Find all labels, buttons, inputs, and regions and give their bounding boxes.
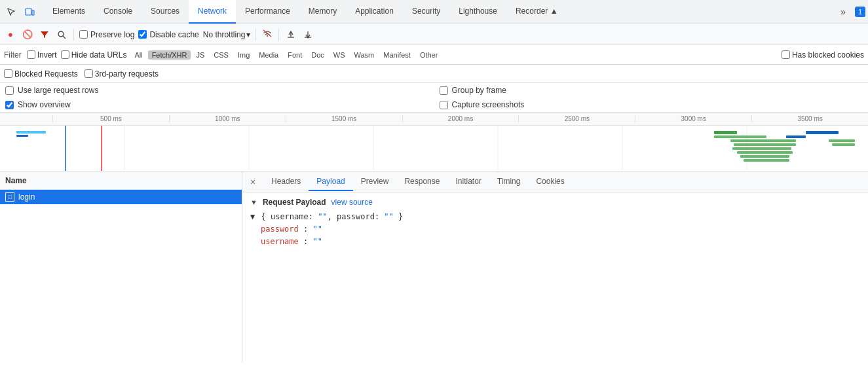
payload-indent: password : "" username : "" [261, 223, 860, 248]
svg-rect-0 [26, 9, 31, 15]
third-party-checkbox[interactable] [85, 69, 93, 78]
filter-manifest[interactable]: Manifest [379, 50, 415, 60]
tab-memory[interactable]: Memory [299, 0, 346, 24]
filter-img[interactable]: Img [234, 50, 254, 60]
disable-cache-checkbox[interactable] [138, 30, 147, 39]
tab-cookies[interactable]: Cookies [528, 173, 572, 191]
tab-security[interactable]: Security [403, 0, 449, 24]
throttle-chevron-icon: ▾ [246, 30, 250, 39]
filter-label: Filter [4, 50, 22, 60]
filter-all[interactable]: All [130, 50, 146, 60]
tab-sources[interactable]: Sources [142, 0, 189, 24]
tab-network[interactable]: Network [189, 0, 236, 24]
close-brace: } [398, 212, 403, 221]
svg-rect-21 [740, 155, 789, 158]
hide-data-urls-group[interactable]: Hide data URLs [61, 50, 127, 60]
list-item[interactable]: □ login [0, 190, 242, 204]
filter-js[interactable]: JS [192, 50, 208, 60]
network-toolbar: ● 🚫 Preserve log Disable cache No thrott… [0, 24, 868, 45]
filter-media[interactable]: Media [255, 50, 282, 60]
invert-group[interactable]: Invert [27, 50, 57, 60]
filter-fetch-xhr[interactable]: Fetch/XHR [148, 50, 191, 60]
preserve-log-group[interactable]: Preserve log [79, 30, 134, 39]
devtools-tab-bar: Elements Console Sources Network Perform… [0, 0, 868, 24]
disable-cache-group[interactable]: Disable cache [138, 30, 198, 39]
third-party-group[interactable]: 3rd-party requests [85, 69, 159, 79]
hide-data-urls-label: Hide data URLs [71, 50, 127, 60]
hide-data-urls-checkbox[interactable] [61, 50, 69, 59]
filter-types: All Fetch/XHR JS CSS Img Media Font Doc … [130, 50, 442, 60]
has-blocked-cookies-checkbox[interactable] [782, 50, 790, 59]
svg-rect-26 [832, 143, 855, 146]
blocked-requests-group[interactable]: Blocked Requests [4, 69, 78, 79]
more-tabs-button[interactable]: » [835, 7, 851, 17]
filter-wasm[interactable]: Wasm [350, 50, 379, 60]
filter-icon[interactable] [38, 28, 51, 41]
tree-collapse-icon[interactable]: ▼ [250, 212, 255, 221]
filter-font[interactable]: Font [284, 50, 306, 60]
password-value: "" [312, 224, 322, 234]
group-by-frame-checkbox[interactable] [440, 86, 448, 95]
clear-button[interactable]: 🚫 [21, 28, 34, 41]
username-value: "" [312, 237, 322, 246]
search-icon[interactable] [55, 28, 68, 41]
close-button[interactable]: × [245, 174, 261, 190]
tick-2500: 2500 ms [518, 115, 635, 122]
view-source-link[interactable]: view source [331, 198, 373, 207]
tab-headers[interactable]: Headers [263, 173, 309, 191]
payload-password-row: password : "" [261, 223, 860, 236]
record-button[interactable]: ● [4, 28, 17, 41]
tab-payload[interactable]: Payload [309, 173, 352, 191]
capture-screenshots-checkbox[interactable] [440, 101, 448, 109]
device-icon[interactable] [21, 3, 38, 20]
options-section: Use large request rows Show overview Gro… [0, 83, 868, 113]
filter-other[interactable]: Other [416, 50, 442, 60]
tab-application[interactable]: Application [346, 0, 403, 24]
collapse-arrow-icon[interactable]: ▼ [250, 198, 257, 206]
throttle-value: No throttling [203, 30, 246, 39]
devtools-icons [3, 3, 38, 20]
options-left: Use large request rows Show overview [0, 83, 434, 112]
disable-cache-label: Disable cache [149, 30, 198, 39]
show-overview-checkbox[interactable] [5, 101, 14, 109]
filter-bar2: Blocked Requests 3rd-party requests [0, 65, 868, 83]
svg-rect-1 [32, 10, 34, 15]
tab-performance[interactable]: Performance [236, 0, 299, 24]
detail-content: ▼ Request Payload view source ▼ { userna… [242, 192, 868, 362]
filter-css[interactable]: CSS [210, 50, 233, 60]
separator-1 [73, 29, 74, 41]
blocked-requests-label: Blocked Requests [14, 69, 78, 79]
open-brace: { [261, 212, 265, 221]
svg-rect-17 [730, 139, 796, 142]
has-blocked-cookies-label: Has blocked cookies [792, 50, 864, 60]
tab-response[interactable]: Response [396, 173, 447, 191]
timeline-area: 500 ms 1000 ms 1500 ms 2000 ms 2500 ms 3… [0, 113, 868, 171]
payload-summary-text: username: "", password: "" [271, 212, 394, 221]
svg-rect-18 [734, 143, 796, 146]
cursor-icon[interactable] [3, 3, 20, 20]
timeline-ruler: 500 ms 1000 ms 1500 ms 2000 ms 2500 ms 3… [0, 113, 868, 126]
filter-ws[interactable]: WS [330, 50, 349, 60]
has-blocked-cookies-group[interactable]: Has blocked cookies [782, 50, 864, 60]
svg-point-2 [58, 31, 64, 37]
tab-elements[interactable]: Elements [43, 0, 94, 24]
username-key: username [261, 237, 299, 246]
tab-timing[interactable]: Timing [489, 173, 529, 191]
tab-recorder[interactable]: Recorder ▲ [506, 0, 567, 24]
blocked-requests-checkbox[interactable] [4, 69, 12, 78]
large-rows-checkbox[interactable] [5, 86, 14, 95]
tab-initiator[interactable]: Initiator [447, 173, 489, 191]
tab-lighthouse[interactable]: Lighthouse [449, 0, 506, 24]
tab-preview[interactable]: Preview [353, 173, 397, 191]
invert-checkbox[interactable] [27, 50, 35, 59]
throttle-select[interactable]: No throttling ▾ [203, 30, 251, 39]
download-icon[interactable] [301, 28, 314, 41]
wifi-icon[interactable] [261, 29, 273, 40]
tab-console[interactable]: Console [94, 0, 142, 24]
upload-icon[interactable] [284, 28, 297, 41]
filter-doc[interactable]: Doc [307, 50, 328, 60]
svg-rect-25 [829, 139, 855, 142]
separator-3 [278, 29, 279, 41]
preserve-log-checkbox[interactable] [79, 30, 88, 39]
detail-panel: × Headers Payload Preview Response Initi… [242, 171, 868, 362]
